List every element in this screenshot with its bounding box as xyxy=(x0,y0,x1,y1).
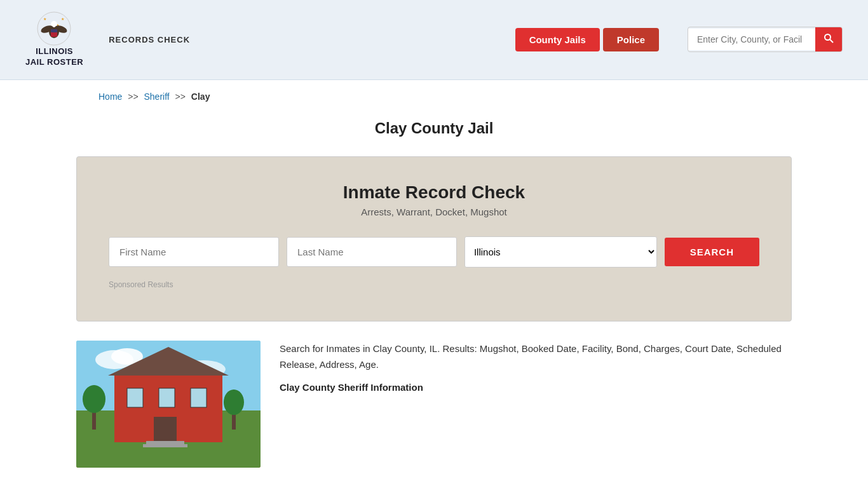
sponsored-results-label: Sponsored Results xyxy=(109,280,759,289)
header-search-input[interactable] xyxy=(688,29,815,50)
svg-point-26 xyxy=(83,385,105,413)
sheriff-info-title: Clay County Sheriff Information xyxy=(280,379,792,396)
svg-rect-7 xyxy=(51,29,57,32)
svg-rect-21 xyxy=(191,388,207,407)
county-jails-button[interactable]: County Jails xyxy=(515,28,600,51)
last-name-input[interactable] xyxy=(287,237,457,267)
header-search-bar xyxy=(688,27,843,52)
breadcrumb-sep1: >> xyxy=(128,92,138,102)
svg-rect-19 xyxy=(127,388,143,407)
first-name-input[interactable] xyxy=(109,237,279,267)
svg-text:★: ★ xyxy=(61,17,64,21)
content-description: Search for Inmates in Clay County, IL. R… xyxy=(280,341,792,373)
header: ★ ★ ILLINOIS JAIL ROSTER RECORDS CHECK C… xyxy=(0,0,868,80)
record-check-subtitle: Arrests, Warrant, Docket, Mugshot xyxy=(109,207,759,217)
state-select[interactable]: Illinois Alabama Alaska Arizona Arkansas… xyxy=(465,236,657,268)
content-area: Search for Inmates in Clay County, IL. R… xyxy=(76,341,792,487)
police-button[interactable]: Police xyxy=(603,28,659,51)
record-check-title: Inmate Record Check xyxy=(109,182,759,203)
breadcrumb-sep2: >> xyxy=(175,92,186,102)
breadcrumb: Home >> Sheriff >> Clay xyxy=(0,80,868,113)
header-search-button[interactable] xyxy=(815,27,842,51)
content-text: Search for Inmates in Clay County, IL. R… xyxy=(280,341,792,468)
svg-text:★: ★ xyxy=(43,17,46,21)
breadcrumb-sheriff[interactable]: Sheriff xyxy=(144,92,170,102)
search-icon xyxy=(824,33,834,43)
page-title: Clay County Jail xyxy=(0,119,868,137)
illinois-logo-icon: ★ ★ xyxy=(37,11,72,46)
svg-point-28 xyxy=(224,390,244,415)
svg-point-10 xyxy=(825,34,831,40)
breadcrumb-home[interactable]: Home xyxy=(98,92,122,102)
search-form: Illinois Alabama Alaska Arizona Arkansas… xyxy=(109,236,759,268)
logo-text: ILLINOIS JAIL ROSTER xyxy=(25,46,83,68)
record-check-box: Inmate Record Check Arrests, Warrant, Do… xyxy=(76,156,792,322)
jail-building-image xyxy=(76,341,261,468)
breadcrumb-current: Clay xyxy=(191,92,210,102)
records-check-link[interactable]: RECORDS CHECK xyxy=(109,35,190,44)
svg-rect-22 xyxy=(154,417,177,442)
svg-rect-24 xyxy=(143,444,187,447)
svg-line-11 xyxy=(830,39,833,43)
svg-rect-20 xyxy=(159,388,175,407)
site-logo[interactable]: ★ ★ ILLINOIS JAIL ROSTER xyxy=(25,11,83,68)
nav-buttons: County Jails Police xyxy=(515,28,659,51)
search-button[interactable]: SEARCH xyxy=(665,238,759,266)
